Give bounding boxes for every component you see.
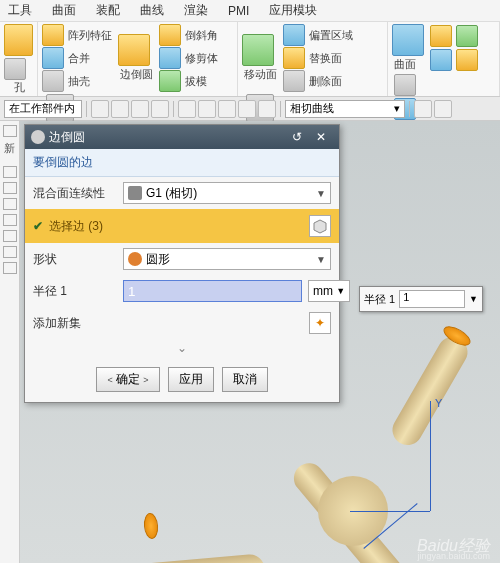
pattern-icon[interactable] [42, 24, 64, 46]
hole-label: 孔 [6, 80, 33, 95]
pipe-branch-2 [84, 553, 266, 563]
dialog-close-icon[interactable]: ✕ [309, 130, 333, 144]
watermark-url: jingyan.baidu.com [417, 551, 490, 561]
std-icon-1[interactable] [430, 25, 452, 47]
hole-icon[interactable] [4, 58, 26, 80]
onscreen-radius-field[interactable]: 1 [399, 290, 465, 308]
std-icon-3[interactable] [456, 25, 478, 47]
left-tab-5[interactable] [3, 214, 17, 226]
chamfer-icon[interactable] [159, 24, 181, 46]
gear-icon [31, 130, 45, 144]
delete-icon[interactable] [283, 70, 305, 92]
edge-blend-label: 边倒圆 [120, 67, 153, 82]
feature-big-icon[interactable] [4, 24, 33, 56]
left-tab-new[interactable]: 新 [0, 141, 19, 156]
continuity-label: 混合面连续性 [33, 185, 117, 202]
ok-button[interactable]: < 确定 > [96, 367, 159, 392]
shell-label: 抽壳 [68, 74, 90, 89]
onscreen-radius-label: 半径 1 [364, 292, 395, 307]
merge-icon[interactable] [42, 47, 64, 69]
moveface-icon[interactable] [242, 34, 274, 66]
dialog-titlebar[interactable]: 边倒圆 ↺ ✕ [25, 125, 339, 149]
pattern-label: 阵列特征 [68, 28, 112, 43]
scope-dropdown[interactable]: 在工作部件内 [4, 100, 82, 118]
radius-input[interactable] [123, 280, 302, 302]
trim-icon[interactable] [159, 47, 181, 69]
edge-blend-dialog: 边倒圆 ↺ ✕ 要倒圆的边 混合面连续性 G1 (相切) ▼ ✔ 选择边 (3)… [24, 124, 340, 403]
addset-label: 添加新集 [33, 315, 303, 332]
svg-marker-0 [314, 220, 326, 233]
trim-label: 修剪体 [185, 51, 218, 66]
select-edge-button[interactable] [309, 215, 331, 237]
unit-dropdown[interactable]: mm ▼ [308, 280, 350, 302]
offset-label: 偏置区域 [309, 28, 353, 43]
dialog-reset-icon[interactable]: ↺ [285, 130, 309, 144]
left-tab-4[interactable] [3, 198, 17, 210]
left-tab-1[interactable] [3, 125, 17, 137]
dialog-title: 边倒圆 [49, 129, 85, 146]
edge-blend-icon[interactable] [118, 34, 150, 66]
onscreen-radius-input[interactable]: 半径 1 1 ▼ [359, 286, 483, 312]
offset-icon[interactable] [283, 24, 305, 46]
left-tab-7[interactable] [3, 246, 17, 258]
cancel-button[interactable]: 取消 [222, 367, 268, 392]
menu-render[interactable]: 渲染 [184, 2, 208, 19]
tb-btn-2[interactable] [111, 100, 129, 118]
menu-app[interactable]: 应用模块 [269, 2, 317, 19]
ribbon: 孔 阵列特征 合并 抽壳 边倒圆 倒斜角 修剪体 拔模 更多 特征 [0, 22, 500, 97]
std-icon-2[interactable] [430, 49, 452, 71]
shape-label: 形状 [33, 251, 117, 268]
radius-label: 半径 1 [33, 283, 117, 300]
tb-btn-11[interactable] [434, 100, 452, 118]
tb-btn-7[interactable] [218, 100, 236, 118]
section-edges[interactable]: 要倒圆的边 [25, 149, 339, 177]
menu-pmi[interactable]: PMI [228, 4, 249, 18]
circle-icon [128, 252, 142, 266]
select-edge-label: 选择边 (3) [49, 218, 303, 235]
delete-label: 删除面 [309, 74, 342, 89]
merge-label: 合并 [68, 51, 90, 66]
pipe-cap-2 [143, 512, 159, 539]
tb-btn-1[interactable] [91, 100, 109, 118]
surface-label: 曲面 [394, 57, 424, 72]
chevron-down-icon[interactable]: ▼ [469, 294, 478, 304]
tb-btn-4[interactable] [151, 100, 169, 118]
curve-rule-dropdown[interactable]: 相切曲线▾ [285, 100, 405, 118]
select-edge-row[interactable]: ✔ 选择边 (3) [25, 209, 339, 243]
g1-icon [128, 186, 142, 200]
apply-button[interactable]: 应用 [168, 367, 214, 392]
tb-btn-3[interactable] [131, 100, 149, 118]
tb-btn-5[interactable] [178, 100, 196, 118]
surface-icon[interactable] [392, 24, 424, 56]
menu-surface[interactable]: 曲面 [52, 2, 76, 19]
check-icon: ✔ [33, 219, 43, 233]
shell-icon[interactable] [42, 70, 64, 92]
selection-toolbar: 在工作部件内 相切曲线▾ [0, 97, 500, 121]
tb-btn-6[interactable] [198, 100, 216, 118]
moveface-label: 移动面 [244, 67, 277, 82]
std-icon-5[interactable] [394, 74, 416, 96]
tb-btn-8[interactable] [238, 100, 256, 118]
draft-label: 拔模 [185, 74, 207, 89]
cube-icon [312, 218, 328, 234]
replace-label: 替换面 [309, 51, 342, 66]
replace-icon[interactable] [283, 47, 305, 69]
shape-dropdown[interactable]: 圆形 ▼ [123, 248, 331, 270]
left-tab-8[interactable] [3, 262, 17, 274]
std-icon-4[interactable] [456, 49, 478, 71]
draft-icon[interactable] [159, 70, 181, 92]
menu-curve[interactable]: 曲线 [140, 2, 164, 19]
left-tab-6[interactable] [3, 230, 17, 242]
left-tab-3[interactable] [3, 182, 17, 194]
continuity-dropdown[interactable]: G1 (相切) ▼ [123, 182, 331, 204]
tb-btn-9[interactable] [258, 100, 276, 118]
tb-btn-10[interactable] [414, 100, 432, 118]
menu-tools[interactable]: 工具 [8, 2, 32, 19]
addset-button[interactable]: ✦ [309, 312, 331, 334]
axis-y-label: Y [435, 397, 442, 409]
menu-assembly[interactable]: 装配 [96, 2, 120, 19]
left-tab-2[interactable] [3, 166, 17, 178]
expander-icon[interactable]: ⌄ [25, 339, 339, 357]
menu-bar: 工具 曲面 装配 曲线 渲染 PMI 应用模块 [0, 0, 500, 22]
chamfer-label: 倒斜角 [185, 28, 218, 43]
